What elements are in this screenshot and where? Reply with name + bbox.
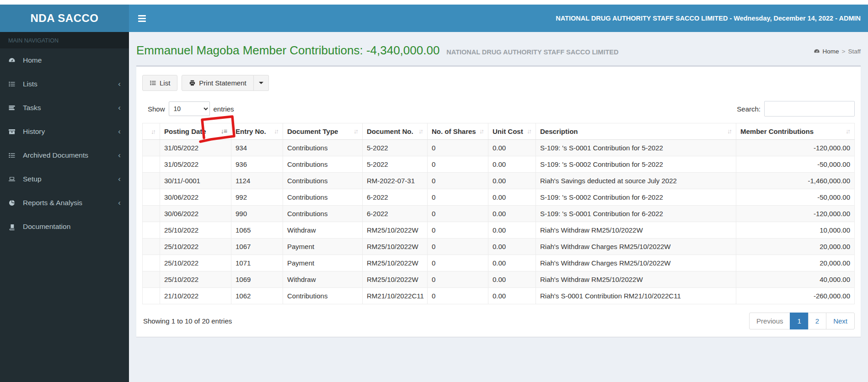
page-title: Emmanuel Magoba Member Contributions: -4… (136, 41, 618, 58)
table-row: 25/10/20221067PaymentRM25/10/2022W00.00R… (143, 239, 855, 255)
list-icon (8, 152, 17, 159)
sidebar: MAIN NAVIGATION Home Lists ‹ Tasks ‹ His… (0, 32, 129, 382)
table-row: 25/10/20221069WithdrawRM25/10/2022W00.00… (143, 271, 855, 288)
sidebar-item-documentation[interactable]: Documentation (0, 215, 129, 239)
pagination-page-2[interactable]: 2 (808, 313, 826, 329)
sort-icon: ↓↑ (846, 127, 850, 135)
column-header-no-of-shares[interactable]: No. of Shares↓↑ (428, 123, 488, 140)
chevron-left-icon: ‹ (118, 177, 121, 181)
sort-icon: ↓↑ (354, 127, 358, 135)
show-label: Show (148, 105, 165, 113)
entries-label: entries (214, 105, 234, 113)
table-row: 25/10/20221065WithdrawRM25/10/2022W00.00… (143, 222, 855, 239)
dashboard-icon (814, 48, 820, 54)
top-white-strip (0, 0, 868, 5)
sidebar-section-label: MAIN NAVIGATION (0, 32, 129, 48)
sort-icon: ↓↑ (727, 127, 732, 135)
entries-info: Showing 1 to 10 of 20 entries (142, 317, 232, 325)
page-length-select[interactable]: 10 (169, 101, 210, 116)
page-length-control: Show 10 entries (142, 101, 234, 116)
page-title-text: Emmanuel Magoba Member Contributions: -4… (136, 43, 439, 57)
sidebar-item-label: Home (23, 56, 42, 64)
sidebar-item-label: History (23, 127, 45, 136)
table-row: 21/10/20221062ContributionsRM21/10/2022C… (143, 288, 855, 304)
data-card: List Print Statement Show 10 entries (136, 65, 861, 337)
breadcrumb-current: Staff (848, 48, 861, 55)
book-icon (8, 223, 17, 230)
sort-desc-icon: ↓≡ (221, 127, 227, 135)
sort-icon: ↓↑ (527, 127, 531, 135)
sort-icon: ↓↑ (418, 127, 423, 135)
sidebar-item-tasks[interactable]: Tasks ‹ (0, 96, 129, 120)
table-row: 31/05/2022936Contributions5-202200.00S-1… (143, 156, 855, 173)
brand-text: NDA SACCO (31, 12, 99, 25)
column-header-member-contributions[interactable]: Member Contributions↓↑ (736, 123, 855, 140)
page-header: Emmanuel Magoba Member Contributions: -4… (136, 41, 861, 58)
print-statement-button[interactable]: Print Statement (182, 75, 253, 91)
pagination-page-1[interactable]: 1 (790, 313, 808, 329)
printer-icon (189, 80, 196, 86)
sort-icon: ↓↑ (151, 128, 155, 135)
print-button-label: Print Statement (199, 79, 246, 87)
sidebar-item-lists[interactable]: Lists ‹ (0, 72, 129, 96)
table-row: 31/05/2022934Contributions5-202200.00S-1… (143, 140, 855, 156)
pagination-previous[interactable]: Previous (749, 313, 790, 329)
tasks-icon (8, 104, 17, 111)
print-options-button[interactable] (254, 75, 269, 91)
table-header-row: ↓↑ Posting Date ↓≡ Entry No.↓↑ Document … (143, 123, 855, 140)
search-input[interactable] (764, 101, 855, 117)
page-subtitle: NATIONAL DRUG AUTHORITY STAFF SACCO LIMI… (446, 48, 618, 56)
column-header-posting-date[interactable]: Posting Date ↓≡ (160, 123, 231, 140)
sidebar-item-label: Reports & Analysis (23, 199, 82, 207)
top-navbar: NDA SACCO NATIONAL DRUG AUTHORITY STAFF … (0, 5, 868, 32)
table-footer: Showing 1 to 10 of 20 entries Previous 1… (142, 313, 855, 329)
search-label: Search: (737, 105, 761, 113)
pie-chart-icon (8, 199, 17, 207)
sidebar-item-archived-documents[interactable]: Archived Documents ‹ (0, 143, 129, 167)
list-icon (150, 80, 156, 86)
table-row: 30/06/2022990Contributions6-202200.00S-1… (143, 206, 855, 222)
table-row: 30/11/-00011124ContributionsRM-2022-07-3… (143, 173, 855, 189)
sort-icon: ↓↑ (479, 127, 484, 135)
sort-icon: ↓↑ (274, 127, 279, 135)
chevron-left-icon: ‹ (118, 82, 121, 86)
column-header-description[interactable]: Description↓↑ (536, 123, 736, 140)
list-icon (8, 80, 17, 88)
column-header-index[interactable]: ↓↑ (143, 123, 160, 140)
table-row: 25/10/20221071PaymentRM25/10/2022W00.00R… (143, 255, 855, 271)
content-area: Emmanuel Magoba Member Contributions: -4… (129, 32, 868, 382)
pagination: Previous 1 2 Next (750, 313, 855, 329)
breadcrumb-home-link[interactable]: Home (823, 48, 839, 55)
dashboard-icon (8, 57, 17, 64)
breadcrumb-separator: > (842, 48, 846, 55)
sidebar-item-reports-analysis[interactable]: Reports & Analysis ‹ (0, 191, 129, 215)
sidebar-item-label: Documentation (23, 223, 70, 231)
sidebar-item-history[interactable]: History ‹ (0, 120, 129, 143)
pagination-next[interactable]: Next (826, 313, 855, 329)
table-row: 30/06/2022992Contributions6-202200.00S-1… (143, 189, 855, 206)
column-header-unit-cost[interactable]: Unit Cost↓↑ (488, 123, 536, 140)
sidebar-item-label: Setup (23, 175, 42, 183)
chevron-left-icon: ‹ (118, 129, 121, 134)
chevron-left-icon: ‹ (118, 201, 121, 205)
org-date-admin-text: NATIONAL DRUG AUTHORITY STAFF SACCO LIMI… (556, 15, 868, 22)
sidebar-item-label: Tasks (23, 104, 41, 112)
sidebar-item-setup[interactable]: Setup ‹ (0, 167, 129, 191)
search-control: Search: (737, 101, 855, 117)
table-controls: Show 10 entries Search: (142, 101, 855, 117)
sidebar-item-label: Archived Documents (23, 151, 88, 159)
list-button-label: List (160, 79, 170, 87)
brand-logo[interactable]: NDA SACCO (0, 5, 129, 32)
toolbar: List Print Statement (142, 75, 855, 91)
list-button[interactable]: List (142, 75, 177, 91)
column-header-document-type[interactable]: Document Type↓↑ (283, 123, 363, 140)
chevron-left-icon: ‹ (118, 153, 121, 158)
breadcrumb: Home > Staff (814, 48, 861, 55)
laptop-icon (8, 175, 17, 183)
navbar-main: NATIONAL DRUG AUTHORITY STAFF SACCO LIMI… (129, 5, 868, 32)
column-header-entry-no[interactable]: Entry No.↓↑ (231, 123, 283, 140)
sidebar-toggle-icon[interactable] (129, 15, 155, 22)
caret-down-icon (259, 82, 263, 84)
column-header-document-no[interactable]: Document No.↓↑ (363, 123, 428, 140)
sidebar-item-home[interactable]: Home (0, 48, 129, 72)
